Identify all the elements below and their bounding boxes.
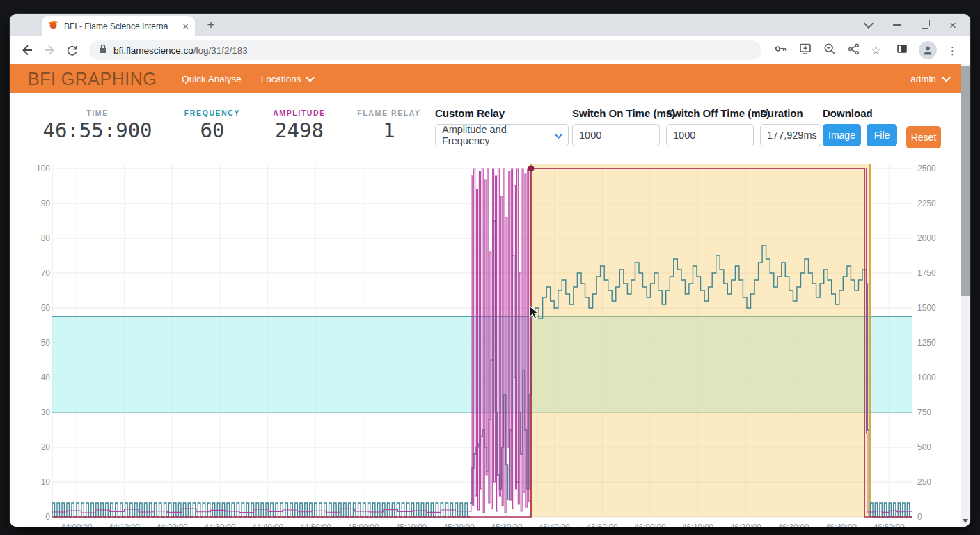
x-axis-tick: 46:40:00: [816, 522, 867, 527]
lock-icon: [99, 44, 107, 56]
right-axis-tick: 1500: [917, 303, 948, 313]
chevron-down-icon: [554, 130, 562, 138]
password-key-icon[interactable]: [774, 42, 788, 59]
right-axis-tick: 750: [917, 408, 948, 417]
dashboard-bar: TIME 46:55:900 FREQUENCY 60 AMPLITUDE 24…: [10, 93, 970, 157]
app-brand: BFI GRAPHING: [28, 69, 157, 89]
right-axis-tick: 500: [917, 442, 948, 452]
stat-flame-relay: FLAME RELAY 1: [347, 109, 431, 142]
switch-off-group: Switch Off Time (ms) 1000: [666, 107, 754, 146]
browser-toolbar: bfi.flamescience.co/log/31f2/183 ☆: [10, 36, 970, 64]
zoom-out-icon[interactable]: [823, 42, 837, 59]
forward-button[interactable]: [39, 40, 60, 61]
close-window-button[interactable]: ×: [949, 20, 956, 31]
x-axis-tick: 44:40:00: [242, 522, 294, 527]
mouse-cursor: [529, 305, 541, 323]
x-axis-tick: 45:30:00: [481, 522, 532, 527]
left-axis-tick: 30: [22, 408, 50, 417]
scrollbar-down-arrow-icon[interactable]: [963, 519, 968, 523]
x-axis-tick: 46:20:00: [720, 522, 771, 527]
browser-menu-icon[interactable]: ⋮: [947, 45, 958, 56]
left-axis-tick: 50: [22, 338, 50, 348]
download-file-button[interactable]: File: [867, 124, 897, 146]
side-panel-icon[interactable]: [896, 42, 908, 58]
log-chart[interactable]: 1009080706050403020100 25002250200017501…: [10, 157, 970, 527]
x-axis-tick: 44:10:00: [99, 522, 150, 527]
chevron-down-icon: [306, 73, 315, 82]
x-axis-tick: 44:00:00: [51, 522, 102, 527]
stat-frequency: FREQUENCY 60: [171, 109, 254, 142]
scrollbar-thumb[interactable]: [961, 66, 970, 296]
app-header: BFI GRAPHING Quick Analyse Locations adm…: [10, 64, 970, 93]
tab-title: BFI - Flame Science Interna: [64, 22, 177, 31]
nav-quick-analyse[interactable]: Quick Analyse: [182, 74, 242, 84]
duration-group: Duration 177,929ms: [760, 107, 821, 146]
tab-search-chevron-icon[interactable]: [865, 23, 872, 27]
install-app-icon[interactable]: [798, 42, 812, 59]
left-axis-tick: 90: [22, 199, 50, 208]
back-button[interactable]: [17, 40, 38, 61]
profile-avatar[interactable]: [919, 41, 937, 59]
right-axis-tick: 1000: [917, 373, 948, 382]
left-axis-tick: 60: [22, 303, 50, 313]
x-axis-tick: 45:00:00: [338, 522, 389, 527]
reset-button[interactable]: Reset: [906, 126, 941, 148]
chart-plot-area[interactable]: [10, 157, 956, 527]
new-tab-button[interactable]: +: [202, 16, 220, 34]
left-axis-tick: 100: [22, 164, 50, 173]
x-axis-tick: 45:20:00: [433, 522, 484, 527]
x-axis-tick: 45:10:00: [386, 522, 437, 527]
x-axis-tick: 44:20:00: [146, 522, 198, 527]
reload-button[interactable]: [61, 40, 82, 61]
restore-button[interactable]: [922, 22, 928, 29]
right-axis-tick: 2500: [917, 164, 948, 173]
download-group: Download Image File: [823, 107, 897, 146]
left-axis-tick: 40: [22, 373, 50, 382]
x-axis-tick: 45:40:00: [529, 522, 580, 527]
right-axis-tick: 1750: [917, 268, 948, 278]
custom-relay-select[interactable]: Amplitude and Frequency: [435, 124, 569, 146]
left-axis-tick: 70: [22, 268, 50, 278]
favicon-flame-icon: [48, 20, 58, 33]
right-axis-tick: 0: [917, 512, 948, 522]
browser-tab[interactable]: BFI - Flame Science Interna ×: [42, 16, 195, 36]
switch-off-input[interactable]: 1000: [666, 124, 754, 146]
right-axis-tick: 2000: [917, 233, 948, 243]
desktop-background: BFI - Flame Science Interna × + ×: [0, 0, 980, 535]
switch-on-input[interactable]: 1000: [572, 124, 660, 146]
duration-value: 177,929ms: [760, 124, 821, 146]
x-axis-tick: 45:50:00: [576, 522, 628, 527]
x-axis-tick: 46:10:00: [672, 522, 724, 527]
right-axis-tick: 1250: [917, 338, 948, 348]
bookmark-star-icon[interactable]: ☆: [871, 45, 881, 56]
admin-menu[interactable]: admin: [910, 74, 949, 84]
url-host: bfi.flamescience.co: [113, 45, 193, 56]
left-axis-tick: 0: [22, 512, 50, 522]
browser-titlebar: BFI - Flame Science Interna × + ×: [10, 14, 970, 36]
nav-locations[interactable]: Locations: [261, 74, 313, 84]
custom-relay-group: Custom Relay Amplitude and Frequency: [435, 107, 569, 146]
page-scrollbar[interactable]: [961, 64, 970, 527]
left-axis-tick: 80: [22, 233, 50, 243]
reset-group: Reset: [906, 126, 941, 148]
left-axis-tick: 10: [22, 477, 50, 487]
minimize-button[interactable]: [893, 24, 901, 26]
browser-window: BFI - Flame Science Interna × + ×: [10, 14, 970, 527]
x-axis-tick: 46:50:00: [863, 522, 915, 527]
url-bar[interactable]: bfi.flamescience.co/log/31f2/183: [89, 40, 761, 60]
switch-on-group: Switch On Time (ms) 1000: [572, 107, 660, 146]
left-axis-tick: 20: [22, 442, 50, 452]
x-axis-tick: 46:00:00: [624, 522, 676, 527]
x-axis-tick: 44:50:00: [290, 522, 341, 527]
page-content: BFI GRAPHING Quick Analyse Locations adm…: [10, 64, 970, 527]
chevron-down-icon: [942, 73, 951, 82]
download-image-button[interactable]: Image: [823, 124, 861, 146]
right-axis-tick: 2250: [917, 199, 948, 208]
share-icon[interactable]: [847, 42, 860, 59]
url-path: /log/31f2/183: [193, 45, 248, 56]
x-axis-tick: 46:30:00: [768, 522, 819, 527]
x-axis-tick: 44:30:00: [194, 522, 246, 527]
stat-time: TIME 46:55:900: [28, 109, 167, 142]
tab-close-icon[interactable]: ×: [182, 21, 189, 31]
right-axis-tick: 250: [917, 477, 948, 487]
